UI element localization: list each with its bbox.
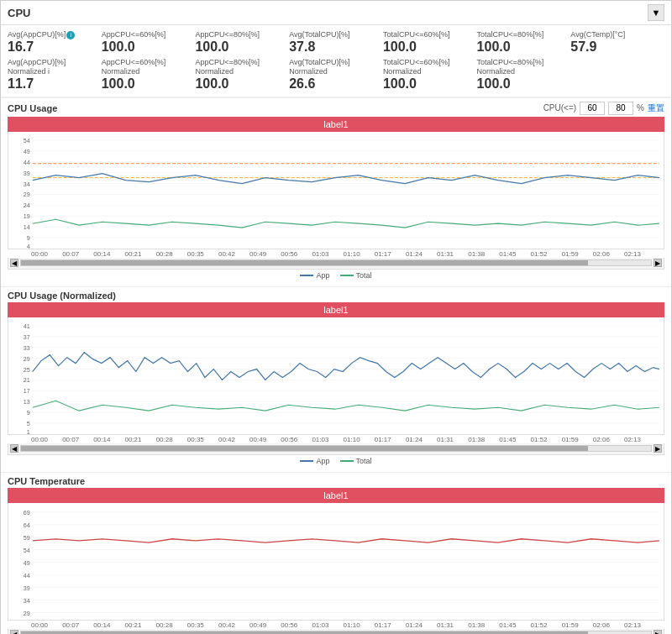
page-title: CPU xyxy=(8,7,30,19)
chart1-svg: 54 49 44 39 34 29 24 19 14 9 4 xyxy=(8,132,664,249)
chart2-scrollbar[interactable]: ◀ ▶ xyxy=(8,443,664,455)
svg-text:25: 25 xyxy=(24,366,30,372)
chart2-legend-app: App xyxy=(300,457,329,465)
svg-text:29: 29 xyxy=(24,191,30,197)
svg-text:19: 19 xyxy=(24,213,30,219)
svg-text:39: 39 xyxy=(24,584,30,591)
chart3-scroll-right[interactable]: ▶ xyxy=(654,630,662,634)
chart2-scrollbar-track[interactable] xyxy=(20,445,652,452)
stat-avg-ctemp: Avg(CTemp)[°C] 57.9 xyxy=(570,30,664,55)
chart1-label-bar: label1 xyxy=(8,117,664,132)
scrollbar-track[interactable] xyxy=(20,259,652,266)
chart1-title: CPU Usage xyxy=(8,103,57,113)
stat-label-totalcpu-60: TotalCPU<=60%[%] xyxy=(383,30,477,39)
svg-text:34: 34 xyxy=(24,181,30,186)
chart2-scroll-right[interactable]: ▶ xyxy=(654,444,662,453)
chart1-scrollbar[interactable]: ◀ ▶ xyxy=(8,258,664,270)
threshold-80-input[interactable] xyxy=(608,102,633,115)
stat-norm-appcpu-60: AppCPU<=60%[%]Normalized 100.0 xyxy=(102,58,196,92)
info-icon-2: i xyxy=(48,67,50,76)
stat-value-totalcpu-80: 100.0 xyxy=(477,39,571,55)
chart2-legend-total-line xyxy=(340,460,354,462)
chart3-scrollbar[interactable]: ◀ ▶ xyxy=(8,629,664,634)
stat-label-avg-totalcpu: Avg(TotalCPU)[%] xyxy=(289,30,383,39)
dropdown-button[interactable]: ▼ xyxy=(648,4,664,21)
legend-app: App xyxy=(300,271,329,280)
stat-value-avg-totalcpu: 37.8 xyxy=(289,39,383,55)
stat-value-totalcpu-60: 100.0 xyxy=(383,39,477,55)
chart3-label-bar: label1 xyxy=(8,488,664,503)
svg-text:49: 49 xyxy=(24,558,30,566)
legend-total-line xyxy=(340,275,354,276)
svg-text:4: 4 xyxy=(27,244,30,249)
svg-text:21: 21 xyxy=(24,377,30,383)
stat-value-norm-totalcpu-60: 100.0 xyxy=(383,76,477,92)
stat-value-norm-appcpu-80: 100.0 xyxy=(195,76,289,92)
stat-value-avg-ctemp: 57.9 xyxy=(570,39,664,55)
svg-text:33: 33 xyxy=(24,344,30,350)
chart3-section: CPU Temperature label1 69 6 xyxy=(1,472,671,634)
legend-app-line xyxy=(300,275,313,276)
svg-text:29: 29 xyxy=(24,355,30,361)
chevron-down-icon: ▼ xyxy=(652,8,661,18)
svg-text:9: 9 xyxy=(27,235,30,241)
stat-placeholder xyxy=(570,58,664,92)
svg-text:39: 39 xyxy=(24,170,30,176)
svg-text:44: 44 xyxy=(24,159,30,165)
chart2-legend-total-label: Total xyxy=(356,457,372,465)
main-container: CPU ▼ Avg(AppCPU)[%]i 16.7 AppCPU<=60%[%… xyxy=(0,0,672,634)
threshold-unit: % xyxy=(637,103,644,113)
chart2-legend-app-label: App xyxy=(316,457,329,465)
legend-app-label: App xyxy=(316,271,329,280)
chart2-svg: 41 37 33 29 25 21 17 13 9 5 1 xyxy=(8,317,664,434)
stat-value-norm-appcpu-60: 100.0 xyxy=(102,76,196,92)
chart2-wrapper: label1 41 37 33 xyxy=(8,302,664,469)
stat-avg-totalcpu: Avg(TotalCPU)[%] 37.8 xyxy=(289,30,383,55)
cpu-threshold-label: CPU(<=) xyxy=(543,103,576,113)
stat-label-norm-totalcpu-80: TotalCPU<=80%[%]Normalized xyxy=(477,58,571,76)
info-icon: i xyxy=(66,31,75,39)
svg-text:5: 5 xyxy=(27,421,30,427)
svg-text:59: 59 xyxy=(24,533,30,541)
chart2-x-axis: 00:0000:0700:1400:2100:2800:3500:4200:49… xyxy=(8,435,664,443)
chart2-section: CPU Usage (Normalized) label1 xyxy=(1,286,671,469)
scrollbar-fill xyxy=(21,260,588,265)
stat-norm-appcpu-80: AppCPU<=80%[%]Normalized 100.0 xyxy=(195,58,289,92)
stat-label-appcpu-60: AppCPU<=60%[%] xyxy=(102,30,196,39)
stat-value-norm-totalcpu-80: 100.0 xyxy=(477,76,571,92)
svg-text:69: 69 xyxy=(24,508,30,516)
chart3-scroll-left[interactable]: ◀ xyxy=(10,630,18,634)
svg-text:34: 34 xyxy=(24,596,30,604)
chart3-area: 69 64 59 54 49 44 39 34 29 xyxy=(8,503,664,621)
chart2-legend-app-line xyxy=(300,460,313,462)
stats-row-1: Avg(AppCPU)[%]i 16.7 AppCPU<=60%[%] 100.… xyxy=(8,30,664,55)
chart2-area: 41 37 33 29 25 21 17 13 9 5 1 xyxy=(8,317,664,435)
stat-label-norm-appcpu-60: AppCPU<=60%[%]Normalized xyxy=(102,58,196,76)
stat-totalcpu-80: TotalCPU<=80%[%] 100.0 xyxy=(477,30,571,55)
legend-total-label: Total xyxy=(356,271,372,280)
stat-appcpu-60: AppCPU<=60%[%] 100.0 xyxy=(102,30,196,55)
scroll-right-button[interactable]: ▶ xyxy=(654,259,662,267)
chart3-scrollbar-track[interactable] xyxy=(20,631,652,634)
svg-text:37: 37 xyxy=(24,334,30,340)
chart2-scroll-left[interactable]: ◀ xyxy=(10,444,18,453)
reset-link[interactable]: 重置 xyxy=(648,102,664,114)
threshold-60-input[interactable] xyxy=(580,102,605,115)
stat-value-appcpu-80: 100.0 xyxy=(195,39,289,55)
svg-text:24: 24 xyxy=(24,202,30,208)
chart2-scrollbar-fill xyxy=(21,446,588,451)
chart2-legend-total: Total xyxy=(340,457,372,465)
stat-totalcpu-60: TotalCPU<=60%[%] 100.0 xyxy=(383,30,477,55)
stat-norm-totalcpu-80: TotalCPU<=80%[%]Normalized 100.0 xyxy=(477,58,571,92)
stat-avg-appcpu: Avg(AppCPU)[%]i 16.7 xyxy=(8,30,102,55)
stats-section: Avg(AppCPU)[%]i 16.7 AppCPU<=60%[%] 100.… xyxy=(1,25,671,97)
scroll-left-button[interactable]: ◀ xyxy=(10,259,18,267)
svg-text:13: 13 xyxy=(24,399,30,405)
chart1-x-axis: 00:0000:0700:1400:2100:2800:3500:4200:49… xyxy=(8,249,664,258)
chart1-header: CPU Usage CPU(<=) % 重置 xyxy=(1,98,671,117)
stat-label-norm-avg-totalcpu: Avg(TotalCPU)[%]Normalized xyxy=(289,58,383,76)
svg-text:17: 17 xyxy=(24,388,30,394)
stat-label-totalcpu-80: TotalCPU<=80%[%] xyxy=(477,30,571,39)
stat-norm-avg-appcpu: Avg(AppCPU)[%]Normalized i 11.7 xyxy=(8,58,102,92)
svg-text:29: 29 xyxy=(24,609,30,616)
